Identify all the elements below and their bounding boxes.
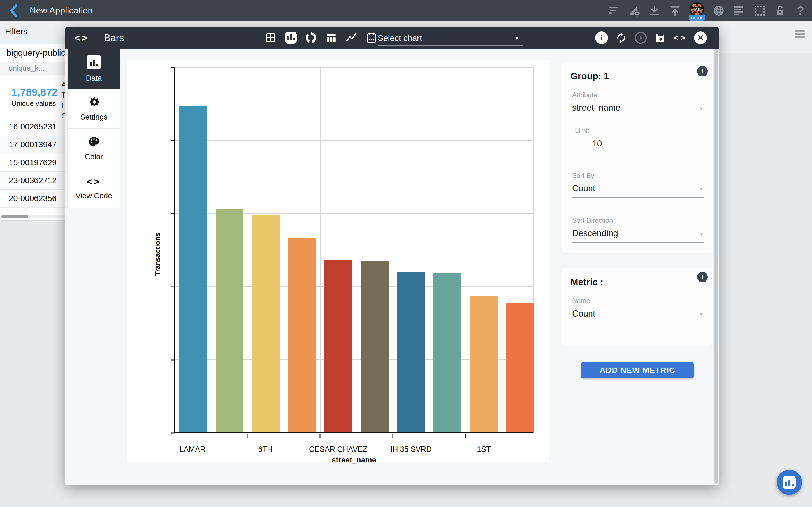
sort-direction-value: Descending: [572, 228, 618, 238]
save-button[interactable]: [654, 32, 667, 44]
limit-label: Limit: [575, 127, 704, 135]
tab-view-code[interactable]: <> View Code: [67, 168, 120, 208]
gridline: [320, 67, 321, 432]
bar[interactable]: [324, 260, 353, 432]
code-icon[interactable]: <>: [74, 33, 89, 43]
page-content: Filters bigquery-public unique_k... 1,78…: [0, 21, 812, 507]
bar-chart-icon[interactable]: [284, 32, 297, 44]
bar[interactable]: [179, 106, 207, 432]
code-icon: <>: [87, 176, 101, 187]
x-tick-mark: [466, 434, 466, 438]
chevron-down-icon: ▾: [700, 105, 703, 112]
back-button[interactable]: [7, 3, 19, 18]
tab-settings[interactable]: Settings: [67, 89, 120, 128]
filters-heading: Filters: [5, 27, 27, 36]
beta-badge: BETA: [689, 15, 705, 21]
y-tick-mark: [171, 359, 174, 360]
group-card: + Group: 1 Attribute street_name ▾ Limit…: [562, 62, 713, 253]
refresh-button[interactable]: [615, 32, 628, 44]
add-group-button[interactable]: +: [697, 66, 708, 76]
sort-by-label: Sort By: [572, 172, 704, 179]
y-tick-mark: [171, 67, 174, 68]
calendar-icon[interactable]: [365, 32, 378, 44]
bar[interactable]: [252, 215, 280, 432]
attribute-label: Attribute: [572, 91, 704, 99]
x-tick-mark: [320, 434, 321, 438]
view-code-button[interactable]: <>: [673, 33, 687, 43]
globe-icon[interactable]: [712, 0, 725, 21]
add-metric-plus-button[interactable]: +: [697, 272, 708, 282]
play-button[interactable]: [634, 32, 647, 44]
metric-title: Metric :: [571, 277, 704, 287]
unique-count-label: Unique values: [11, 100, 56, 108]
metric-name-label: Name: [572, 297, 704, 305]
sort-direction-select[interactable]: Descending ▾: [572, 228, 704, 243]
x-tick-label: 6TH: [258, 445, 272, 454]
filter-icon[interactable]: [607, 0, 620, 21]
chart-panel: Transactions 05k10k15k20k25k LAMAR6THCES…: [127, 60, 549, 462]
close-button[interactable]: [694, 32, 707, 44]
menu-icon[interactable]: [795, 30, 805, 38]
sort-by-select[interactable]: Count ▾: [572, 183, 704, 198]
bar[interactable]: [470, 296, 498, 432]
select-chart-label: Select chart: [378, 33, 422, 43]
chart-fab-button[interactable]: [777, 470, 802, 495]
tab-color-label: Color: [85, 153, 103, 161]
upload-icon[interactable]: [668, 0, 682, 21]
bar[interactable]: [506, 303, 534, 432]
tab-data[interactable]: Data: [67, 49, 120, 89]
tab-data-label: Data: [86, 74, 102, 82]
column-header-unique-key[interactable]: unique_k...: [9, 64, 44, 72]
bar-chart-icon: [783, 476, 796, 489]
donut-chart-icon[interactable]: [305, 32, 318, 44]
bar[interactable]: [361, 261, 389, 432]
ai-logo[interactable]: AI BETA: [689, 0, 705, 21]
modal-scrollbar[interactable]: [714, 49, 718, 484]
bar[interactable]: [397, 272, 425, 432]
x-tick-mark: [247, 434, 248, 438]
tab-color[interactable]: Color: [67, 128, 120, 168]
limit-input[interactable]: 10: [573, 139, 621, 153]
info-button[interactable]: i: [595, 32, 608, 44]
column-divider[interactable]: [59, 64, 59, 72]
attribute-value: street_name: [572, 103, 620, 113]
attribute-select[interactable]: street_name ▾: [572, 103, 704, 117]
chart-editor-modal: <> Bars: [65, 26, 719, 486]
metric-name-select[interactable]: Count ▾: [572, 309, 704, 323]
columns-icon[interactable]: [325, 32, 338, 44]
table-grid-icon[interactable]: [264, 32, 277, 44]
x-axis-labels: LAMAR6THCESAR CHAVEZIH 35 SVRD1ST: [174, 445, 534, 456]
x-tick-label: CESAR CHAVEZ: [309, 445, 367, 454]
select-chart-dropdown[interactable]: Select chart ▾: [378, 31, 524, 46]
chevron-down-icon: ▾: [515, 35, 518, 42]
gridline: [466, 67, 466, 432]
x-tick-mark: [392, 434, 393, 438]
x-tick-label: LAMAR: [179, 445, 205, 454]
modal-actions: i: [595, 26, 707, 49]
modal-header: <> Bars: [65, 26, 719, 49]
chevron-down-icon: ▾: [700, 186, 703, 192]
unlock-icon[interactable]: [774, 0, 787, 21]
dotted-grid-icon[interactable]: [753, 0, 766, 21]
ai-logo-circle: AI: [690, 2, 704, 16]
add-new-metric-button[interactable]: ADD NEW METRIC: [581, 362, 694, 379]
download-icon[interactable]: [648, 0, 661, 21]
limit-value: 10: [592, 139, 602, 149]
bar[interactable]: [433, 273, 462, 432]
bar[interactable]: [216, 209, 244, 432]
scrollbar-thumb[interactable]: [1, 215, 28, 218]
metric-name-value: Count: [572, 309, 595, 319]
chevron-down-icon: ▾: [700, 311, 703, 318]
app-title: New Application: [30, 6, 93, 16]
list-icon[interactable]: [733, 0, 746, 21]
ai-logo-text: AI: [695, 7, 699, 12]
help-icon[interactable]: ?: [794, 0, 807, 21]
chart-settings-icon[interactable]: [628, 0, 641, 21]
bar[interactable]: [288, 238, 316, 432]
editor-rail: Data Settings Color <> View Code: [67, 49, 120, 209]
unique-count: 1,789,872: [11, 87, 58, 98]
line-chart-icon[interactable]: [345, 32, 358, 44]
tab-view-code-label: View Code: [76, 191, 112, 200]
gear-icon: [88, 96, 100, 108]
x-tick-label: 1ST: [477, 445, 491, 454]
